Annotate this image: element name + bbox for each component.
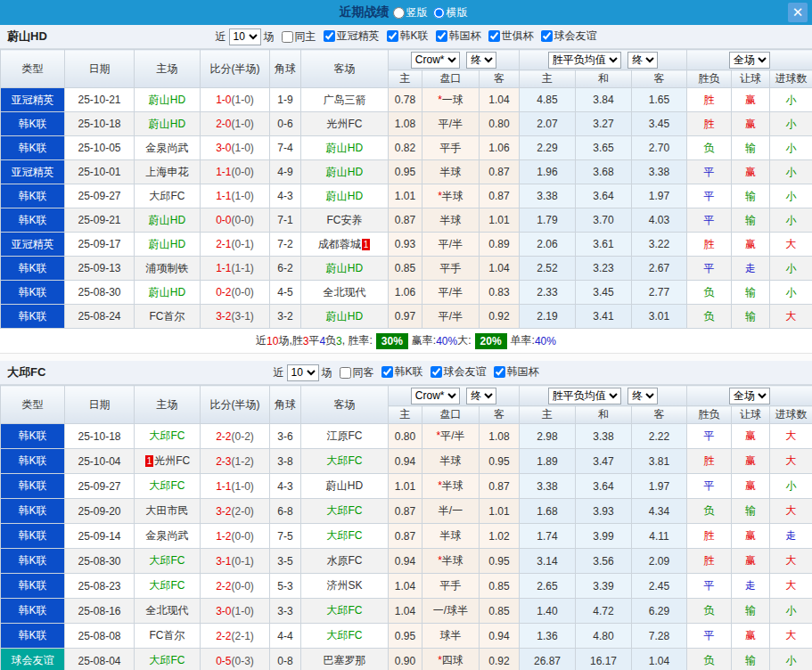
handicap: *一球 [422,88,480,112]
team-name: 蔚山HD [326,166,363,178]
avg-home: 1.89 [520,449,576,474]
avg-final-select[interactable]: 终 [627,388,658,404]
col-goals: 进球数 [770,406,812,424]
matches-table-ulsan: 类型 日期 主场 比分(半场) 角球 客场 Crow* 终 胜平负均值 终 全场 [0,49,812,329]
same-venue-checkbox[interactable] [339,367,350,379]
same-venue-filter[interactable]: 同客 [332,365,373,380]
odds-company-select[interactable]: Crow* [411,388,460,404]
avg-type-select[interactable]: 胜平负均值 [548,388,621,404]
scope-select-cell: 全场 [687,386,812,406]
avg-draw: 3.45 [576,281,632,305]
match-score: 2-2(2-1) [201,624,270,649]
recent-count-select[interactable]: 10 [228,29,260,45]
odds-away: 1.06 [480,136,520,160]
corners: 0-6 [270,112,301,136]
match-row: 韩K联25-08-16全北现代3-0(1-0)3-3大邱FC1.04一/球半0.… [1,599,812,624]
competition-filter[interactable]: 韩国杯 [429,29,481,44]
odds-home: 0.78 [389,88,422,112]
match-row: 韩K联25-10-05金泉尚武3-0(1-0)7-4蔚山HD0.82平手1.06… [1,136,812,160]
scope-select[interactable]: 全场 [729,388,770,404]
odds-final-select[interactable]: 终 [466,388,496,404]
avg-away: 2.67 [632,257,687,281]
summary-part: , 胜率: [342,333,373,348]
competition-filter[interactable]: 球会友谊 [534,29,597,44]
odds-home: 0.85 [389,257,422,281]
close-button[interactable]: ✕ [788,3,808,22]
competition-filter[interactable]: 韩K联 [373,364,422,380]
layout-horizontal-option[interactable]: 横版 [433,5,468,20]
competition-checkbox[interactable] [431,366,442,378]
recent-prefix-label: 近 [215,29,226,45]
competition-filter[interactable]: 亚冠精英 [316,29,379,44]
team-name: 蔚山HD [326,190,363,202]
competition-filter[interactable]: 韩K联 [379,29,428,44]
home-team: 浦项制铁 [135,257,201,281]
competition-filter[interactable]: 韩国杯 [487,364,539,380]
col-date: 日期 [65,50,135,88]
col-odds-home: 主 [389,406,422,424]
handicap: *半球 [422,184,480,208]
away-team: 成都蓉城1 [301,233,389,257]
competition-checkbox[interactable] [436,30,447,42]
same-venue-filter[interactable]: 同主 [274,29,316,45]
result-goals: 大 [770,574,812,599]
layout-vertical-option[interactable]: 竖版 [393,5,428,20]
corners: 7-5 [270,524,301,549]
competition-label: 球会友谊 [444,364,487,380]
competition-checkbox[interactable] [381,366,392,378]
competition-checkbox[interactable] [488,30,500,42]
fulltime-score: 3-1 [216,555,231,568]
competition-label: 韩K联 [399,29,428,44]
competition-filter[interactable]: 球会友谊 [423,364,487,380]
competition-type: 韩K联 [1,624,65,649]
handicap-text: 半球 [442,554,463,567]
handicap: 半球 [422,524,480,549]
fulltime-score: 2-2 [216,580,231,592]
match-score: 0-2(0-0) [201,281,270,305]
result-handicap: 赢 [732,160,770,184]
team-name: 水原FC [327,554,363,567]
home-team: 蔚山HD [135,233,201,257]
halftime-score: (2-0) [232,505,254,518]
col-corner: 角球 [270,386,301,424]
competition-filter[interactable]: 世俱杯 [481,29,534,44]
away-team: 广岛三箭 [301,88,389,112]
competition-checkbox[interactable] [386,30,398,42]
competition-type: 韩K联 [1,599,65,624]
titlebar: 近期战绩 竖版 横版 ✕ [0,0,812,25]
halftime-score: (0-1) [232,238,254,250]
result-outcome: 平 [687,257,732,281]
competition-checkbox[interactable] [541,30,553,42]
match-score: 2-3(1-2) [201,449,270,474]
table-header: 类型 日期 主场 比分(半场) 角球 客场 Crow* 终 胜平负均值 终 全场 [1,50,812,88]
odds-away: 0.92 [480,305,520,329]
competition-checkbox[interactable] [323,30,334,42]
match-date: 25-10-04 [65,449,135,474]
same-venue-checkbox[interactable] [281,31,292,43]
layout-vertical-radio[interactable] [393,7,405,19]
match-row: 韩K联25-08-24FC首尔3-2(3-1)3-2蔚山HD0.97平/半0.9… [1,305,812,329]
handicap: *四球 [422,649,480,670]
summary-part: 负 [325,333,336,348]
avg-home: 3.14 [520,549,576,574]
odds-company-select[interactable]: Crow* [411,52,460,69]
odds-home: 1.06 [389,281,422,305]
competition-checkbox[interactable] [494,366,505,378]
avg-away: 4.34 [632,499,687,524]
odds-away: 1.02 [480,524,520,549]
odds-final-select[interactable]: 终 [466,52,496,69]
layout-horizontal-radio[interactable] [433,7,445,19]
avg-home: 1.40 [520,599,576,624]
odds-home: 0.95 [389,160,422,184]
avg-away: 2.77 [632,281,687,305]
avg-home: 2.98 [520,424,576,449]
avg-final-select[interactable]: 终 [627,52,658,69]
competition-type: 韩K联 [1,305,65,329]
result-handicap: 赢 [732,424,770,449]
avg-type-select[interactable]: 胜平负均值 [548,52,621,69]
summary-part: 20% [475,333,507,349]
scope-select[interactable]: 全场 [729,52,770,69]
recent-count-select[interactable]: 10 [286,364,318,381]
avg-away: 3.01 [632,305,687,329]
odds-away: 0.87 [480,184,520,208]
